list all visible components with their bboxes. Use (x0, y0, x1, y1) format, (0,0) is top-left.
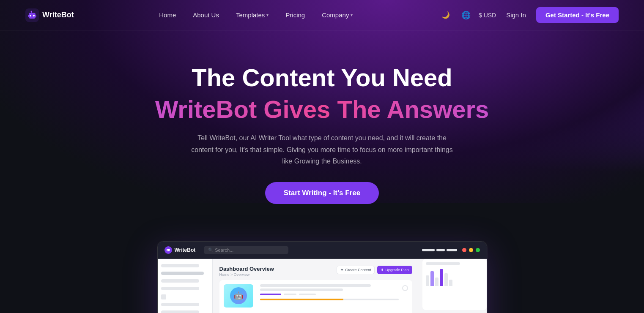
dashboard-sidebar (158, 259, 213, 313)
nav-company[interactable]: Company ▾ (315, 8, 359, 22)
dashboard-search[interactable]: 🔍 Search... (204, 246, 288, 254)
sign-in-link[interactable]: Sign In (501, 8, 531, 22)
nav-home[interactable]: Home (152, 8, 183, 22)
search-icon: 🔍 (208, 248, 213, 252)
hero-subtitle: Tell WriteBot, our AI Writer Tool what t… (191, 132, 453, 167)
dashboard-header: Dashboard Overview Home > Overview ✦ Cre… (219, 266, 412, 277)
dark-mode-toggle[interactable]: 🌙 (438, 8, 453, 23)
nav-pricing[interactable]: Pricing (279, 8, 312, 22)
dashboard-main: Dashboard Overview Home > Overview ✦ Cre… (213, 259, 419, 313)
hero-title-line2: WriteBot Gives The Answers (8, 95, 636, 124)
content-preview: 🤖 (224, 284, 408, 309)
flag-icon: 🌐 (461, 11, 471, 20)
dashboard-actions: ✦ Create Content ⬆ Upgrade Plan (337, 266, 412, 274)
dashboard-logo-icon (164, 246, 172, 254)
sidebar-item (161, 287, 199, 290)
logo[interactable]: WriteBot (25, 8, 74, 22)
sidebar-item (161, 310, 199, 313)
get-started-button[interactable]: Get Started - It's Free (536, 7, 619, 23)
currency-selector[interactable]: $ USD (479, 12, 496, 19)
sidebar-item (161, 303, 199, 306)
svg-point-2 (30, 15, 31, 16)
right-card-top (422, 259, 487, 310)
dashboard-preview: WriteBot 🔍 Search... (157, 241, 487, 313)
dashboard-chrome: WriteBot 🔍 Search... (158, 242, 487, 259)
window-dot-yellow (469, 248, 473, 252)
svg-rect-7 (35, 15, 36, 17)
svg-point-10 (169, 250, 170, 250)
svg-point-9 (167, 250, 168, 250)
upgrade-icon: ⬆ (381, 268, 384, 272)
dashboard-logo: WriteBot (164, 246, 196, 254)
search-placeholder: Search... (215, 248, 233, 253)
start-writing-button[interactable]: Start Writing - It's Free (265, 182, 379, 204)
window-dot-green (476, 248, 480, 252)
templates-chevron-icon: ▾ (266, 13, 269, 17)
dashboard-logo-name: WriteBot (175, 247, 196, 253)
preview-image: 🤖 (224, 284, 253, 308)
preview-text (260, 284, 399, 309)
svg-point-5 (31, 11, 32, 12)
sidebar-item (161, 272, 204, 275)
nav-about[interactable]: About Us (186, 8, 226, 22)
create-icon: ✦ (340, 268, 344, 272)
currency-label: $ USD (479, 12, 496, 19)
status-indicator (402, 285, 408, 291)
main-card: 🤖 Overv (219, 280, 412, 313)
create-content-button[interactable]: ✦ Create Content (337, 266, 375, 274)
svg-rect-6 (28, 15, 29, 17)
upgrade-plan-button[interactable]: ⬆ Upgrade Plan (377, 266, 412, 274)
nav-templates[interactable]: Templates ▾ (229, 8, 275, 22)
dashboard-title: Dashboard Overview (219, 266, 274, 272)
hero-title-line1: The Content You Need (8, 64, 636, 91)
company-chevron-icon: ▾ (351, 13, 353, 17)
logo-text: WriteBot (42, 11, 74, 19)
svg-point-3 (33, 15, 35, 16)
dashboard-title-area: Dashboard Overview Home > Overview (219, 266, 274, 277)
hero-section: The Content You Need WriteBot Gives The … (0, 30, 644, 221)
window-controls (422, 248, 480, 252)
dashboard-right (419, 259, 487, 313)
logo-icon (25, 8, 39, 22)
nav-right: 🌙 🌐 $ USD Sign In Get Started - It's Fre… (438, 7, 619, 23)
nav-links: Home About Us Templates ▾ Pricing Compan… (152, 8, 359, 22)
dashboard-breadcrumb: Home > Overview (219, 272, 274, 277)
dashboard-body: Dashboard Overview Home > Overview ✦ Cre… (158, 259, 487, 313)
sidebar-item (161, 279, 199, 283)
moon-icon: 🌙 (441, 11, 450, 19)
navbar: WriteBot Home About Us Templates ▾ Prici… (0, 0, 644, 30)
language-selector[interactable]: 🌐 (458, 8, 474, 23)
sidebar-item (161, 264, 199, 267)
window-dot-red (462, 248, 466, 252)
